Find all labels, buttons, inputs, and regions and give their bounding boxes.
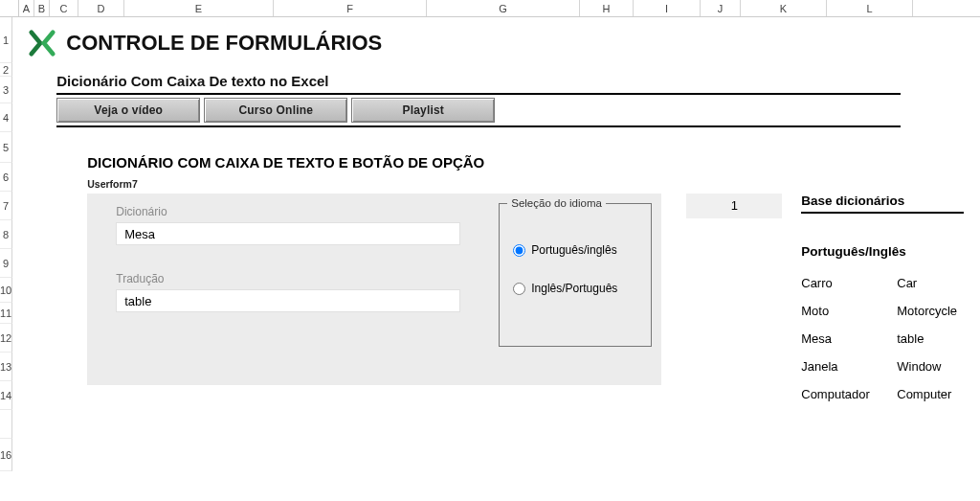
row-header-13[interactable]: 13 [0, 353, 12, 381]
base-dicionarios-title: Base dicionários [801, 194, 964, 214]
row-header-8[interactable]: 8 [0, 220, 12, 249]
section: Dicionário Com Caixa De texto no Excel V… [56, 73, 980, 127]
radio-pt-en-label: Português/inglês [531, 243, 616, 257]
right-column: Base dicionários Português/Inglês CarroC… [801, 194, 980, 415]
col-header-J[interactable]: J [701, 0, 741, 16]
row-header-1[interactable]: 1 [0, 17, 12, 63]
col-header-B[interactable]: B [34, 0, 50, 16]
row-header-12[interactable]: 12 [0, 324, 12, 353]
excel-x-icon [28, 29, 56, 57]
dict-row: ComputadorComputer [801, 387, 980, 401]
lang-header: Português/Inglês [801, 244, 980, 259]
number-cell: 1 [686, 194, 782, 218]
radio-en-pt[interactable]: Inglês/Português [513, 282, 651, 295]
row-header-16[interactable]: 16 [0, 439, 12, 471]
dict-en: Window [897, 359, 980, 374]
sheet-content: CONTROLE DE FORMULÁRIOS Dicionário Com C… [12, 17, 980, 471]
col-header-H[interactable]: H [580, 0, 634, 16]
nav-button[interactable]: Veja o vídeo [56, 98, 200, 123]
dict-row: MotoMotorcycle [801, 304, 980, 318]
nav-button[interactable]: Curso Online [204, 98, 347, 123]
dict-en: Computer [897, 387, 980, 401]
traducao-input[interactable] [116, 289, 460, 312]
dict-pt: Mesa [801, 331, 897, 346]
userform-label: Userform7 [87, 178, 980, 190]
col-header-I[interactable]: I [634, 0, 701, 16]
row-header-6[interactable]: 6 [0, 163, 12, 192]
row-header-14[interactable]: 14 [0, 381, 12, 410]
dict-en: Motorcycle [897, 304, 980, 318]
dict-en: table [897, 331, 980, 346]
dict-pt: Moto [801, 304, 897, 318]
title-row: CONTROLE DE FORMULÁRIOS [28, 29, 980, 57]
dict-row: JanelaWindow [801, 359, 980, 374]
button-row: Veja o vídeoCurso OnlinePlaylist [56, 93, 901, 127]
row-header-11[interactable]: 11 [0, 303, 12, 324]
col-header-C[interactable]: C [50, 0, 78, 16]
row-header-9[interactable]: 9 [0, 249, 12, 278]
dict-row: CarroCar [801, 276, 980, 290]
row-header-3[interactable]: 3 [0, 77, 12, 103]
row-header-4[interactable]: 4 [0, 103, 12, 132]
dict-row: Mesatable [801, 331, 980, 346]
column-headers: ABCDEFGHIJKL [0, 0, 980, 17]
nav-button[interactable]: Playlist [351, 98, 495, 123]
row-header-10[interactable]: 10 [0, 278, 12, 303]
radio-en-pt-input[interactable] [513, 283, 525, 295]
col-header-G[interactable]: G [427, 0, 580, 16]
row-header-blank[interactable] [0, 410, 12, 439]
subtitle: DICIONÁRIO COM CAIXA DE TEXTO E BOTÃO DE… [87, 154, 980, 171]
col-header-E[interactable]: E [124, 0, 274, 16]
section-title: Dicionário Com Caixa De texto no Excel [56, 73, 980, 89]
row-header-5[interactable]: 5 [0, 132, 12, 163]
row-header-2[interactable]: 2 [0, 63, 12, 77]
radio-pt-en[interactable]: Português/inglês [513, 243, 651, 257]
col-header-D[interactable]: D [78, 0, 124, 16]
page-title: CONTROLE DE FORMULÁRIOS [66, 31, 382, 56]
col-header-A[interactable]: A [19, 0, 34, 16]
col-header-F[interactable]: F [274, 0, 427, 16]
dict-pt: Computador [801, 387, 897, 401]
col-header-K[interactable]: K [741, 0, 827, 16]
dict-en: Car [897, 276, 980, 290]
row-header-7[interactable]: 7 [0, 192, 12, 220]
radio-en-pt-label: Inglês/Português [531, 282, 617, 295]
main-row: Dicionário Tradução Seleção do idioma Po… [87, 194, 980, 415]
idioma-fieldset: Seleção do idioma Português/inglês Inglê… [499, 203, 652, 347]
dicionario-input[interactable] [116, 222, 460, 245]
dict-pt: Carro [801, 276, 897, 290]
dict-table: CarroCarMotoMotorcycleMesatableJanelaWin… [801, 276, 980, 415]
row-headers: 123456789101112131416 [0, 17, 12, 471]
col-header-L[interactable]: L [827, 0, 913, 16]
radio-pt-en-input[interactable] [513, 244, 525, 257]
fieldset-legend: Seleção do idioma [507, 197, 606, 209]
dict-pt: Janela [801, 359, 897, 374]
userform-panel: Dicionário Tradução Seleção do idioma Po… [87, 194, 661, 385]
